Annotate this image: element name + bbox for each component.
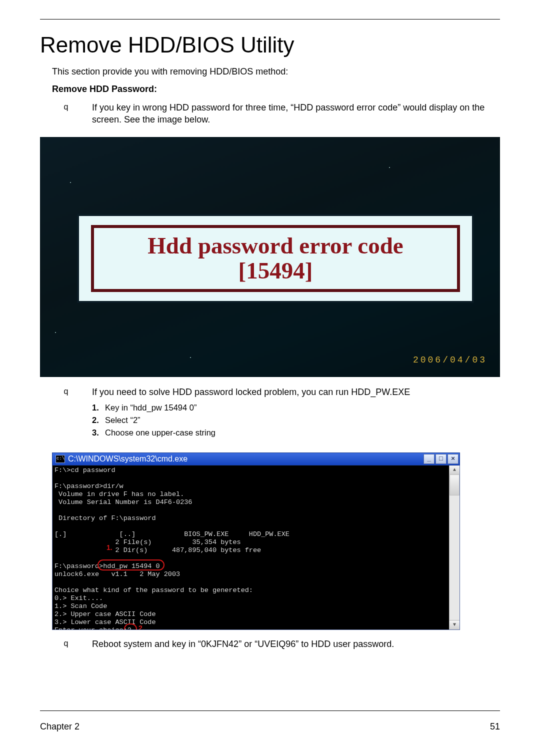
bullet-text-3: Reboot system and key in “0KJFN42” or “U…	[92, 638, 500, 650]
callout-ellipse-1	[98, 560, 164, 570]
error-line-1: Hdd password error code	[148, 234, 403, 258]
bullet-marker: q	[40, 102, 92, 112]
bullet-row-2: q If you need to solve HDD password lock…	[40, 386, 500, 398]
bullet-text-2: If you need to solve HDD password locked…	[92, 386, 500, 398]
scroll-thumb[interactable]	[450, 474, 460, 496]
error-dialog-outer: Hdd password error code [15494]	[77, 214, 474, 303]
intro-text: This section provide you with removing H…	[52, 66, 500, 77]
bullet-text-1: If you key in wrong HDD password for thr…	[92, 102, 500, 126]
scroll-up-arrow[interactable]: ▲	[450, 466, 460, 475]
section-subhead: Remove HDD Password:	[52, 84, 500, 94]
noise-dot	[70, 182, 71, 183]
callout-ellipse-2	[124, 624, 137, 630]
footer-page-number: 51	[490, 722, 500, 732]
scroll-down-arrow[interactable]: ▼	[450, 620, 460, 630]
callout-num-1: 1.	[106, 544, 112, 552]
page-title: Remove HDD/BIOS Utility	[40, 32, 500, 58]
page-footer: Chapter 2 51	[40, 722, 500, 732]
bullet-row-3: q Reboot system and key in “0KJFN42” or …	[40, 638, 500, 650]
minimize-button[interactable]: _	[424, 454, 434, 464]
error-line-2: [15494]	[238, 258, 313, 283]
bullet-row-1: q If you key in wrong HDD password for t…	[40, 102, 500, 126]
scrollbar[interactable]: ▲ ▼	[449, 466, 460, 630]
cmd-titlebar: c:\ C:\WINDOWS\system32\cmd.exe _ □ ×	[52, 452, 460, 466]
footer-chapter: Chapter 2	[40, 722, 80, 732]
cmd-icon: c:\	[56, 455, 65, 463]
bottom-rule	[40, 710, 500, 711]
photo-date: 2006/04/03	[413, 355, 487, 365]
screenshot-hdd-error: Hdd password error code [15494] 2006/04/…	[40, 137, 500, 377]
step-item-1: Key in “hdd_pw 15494 0”	[92, 403, 500, 412]
bullet-marker: q	[40, 386, 92, 396]
window-title: C:\WINDOWS\system32\cmd.exe	[68, 454, 422, 464]
step-item-3: Choose one upper-case string	[92, 428, 500, 438]
step-item-2: Select “2”	[92, 416, 500, 425]
top-rule	[40, 19, 500, 20]
noise-dot	[389, 167, 390, 168]
noise-dot	[55, 332, 56, 333]
bullet-marker: q	[40, 638, 92, 648]
error-dialog-inner: Hdd password error code [15494]	[91, 225, 460, 292]
step-list: Key in “hdd_pw 15494 0” Select “2” Choos…	[40, 403, 500, 438]
close-button[interactable]: ×	[448, 454, 458, 464]
document-page: Remove HDD/BIOS Utility This section pro…	[0, 0, 540, 756]
cmd-output: F:\>cd password F:\password>dir/w Volume…	[52, 466, 449, 630]
callout-num-2: 2.	[138, 624, 144, 630]
cmd-body: F:\>cd password F:\password>dir/w Volume…	[52, 466, 460, 630]
maximize-button[interactable]: □	[436, 454, 446, 464]
noise-dot	[190, 357, 191, 358]
screenshot-cmd: c:\ C:\WINDOWS\system32\cmd.exe _ □ × F:…	[52, 452, 460, 630]
